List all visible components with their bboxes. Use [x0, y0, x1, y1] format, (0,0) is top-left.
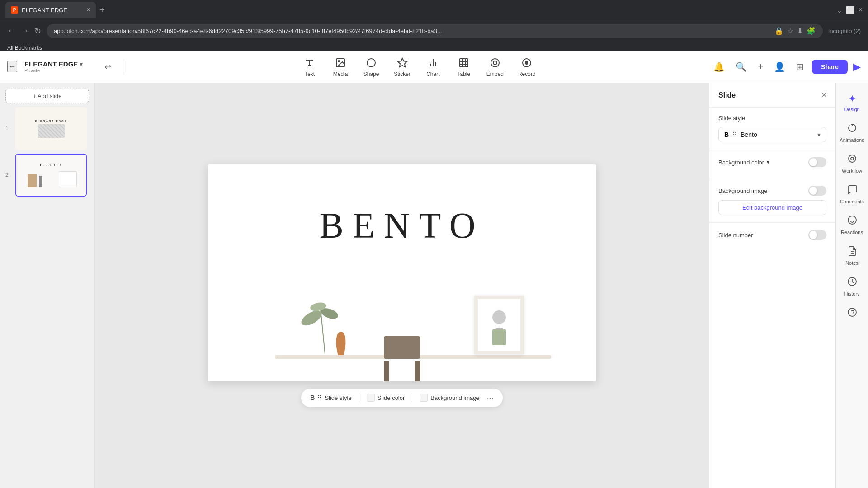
star-icon[interactable]: ☆ [787, 27, 793, 35]
window-controls: ⌄ ⬜ × [836, 6, 863, 14]
tool-media[interactable]: Media [327, 53, 354, 81]
slide-color-label: Slide color [377, 394, 405, 401]
style-selector-dropdown[interactable]: B ⠿ Bento ▾ [718, 127, 826, 142]
share-btn[interactable]: Share [812, 60, 848, 74]
far-right-history[interactable]: History [838, 272, 867, 301]
media-icon [334, 56, 347, 69]
add-btn[interactable]: + [755, 59, 766, 75]
tool-table[interactable]: Table [450, 53, 477, 81]
slide-number-2: 2 [5, 154, 12, 178]
tool-text[interactable]: Text [296, 53, 323, 81]
far-right-panel: ✦ Design Animations Workflow Comments [835, 83, 868, 488]
bg-image-item[interactable]: Background image [420, 394, 479, 402]
panel-close-btn[interactable]: × [821, 90, 826, 100]
bg-color-section: Background color ▾ [709, 150, 835, 178]
close-btn[interactable]: × [859, 6, 863, 14]
play-btn[interactable]: ▶ [853, 61, 861, 73]
far-right-help[interactable] [838, 303, 867, 326]
design-label: Design [844, 107, 859, 112]
slide-thumb-2[interactable]: BENTO [15, 154, 87, 197]
notes-icon [847, 246, 857, 258]
comments-icon [847, 184, 857, 197]
main-content: + Add slide 1 ELEGANT EDGE 2 [0, 83, 868, 488]
tool-sticker[interactable]: Sticker [388, 53, 416, 81]
slide-style-section: Slide style B ⠿ Bento ▾ [709, 108, 835, 150]
slide-style-item[interactable]: B ⠿ Slide style [310, 394, 351, 401]
svg-rect-6 [460, 59, 468, 67]
project-name[interactable]: ELEGANT EDGE [24, 60, 78, 68]
tool-shape[interactable]: Shape [358, 53, 385, 81]
bg-image-toggle-thumb [809, 187, 817, 195]
slide-num-row: Slide number [718, 230, 826, 240]
download-icon[interactable]: ⬇ [797, 27, 803, 35]
far-right-comments[interactable]: Comments [838, 180, 867, 209]
far-right-design[interactable]: ✦ Design [838, 89, 867, 117]
bg-image-text: Background image [718, 188, 767, 194]
slides-panel: + Add slide 1 ELEGANT EDGE 2 [0, 83, 95, 488]
design-icon: ✦ [848, 93, 856, 105]
slide-thumb-1[interactable]: ELEGANT EDGE [15, 107, 87, 150]
comments-label: Comments [840, 199, 864, 204]
slide-color-item[interactable]: Slide color [367, 394, 405, 402]
address-bar: ← → ↻ app.pitch.com/app/presentation/58f… [0, 20, 868, 42]
search-btn[interactable]: 🔍 [733, 59, 750, 75]
tool-chart[interactable]: Chart [420, 53, 447, 81]
bg-color-toggle[interactable] [808, 157, 826, 167]
undo-btn[interactable]: ↩ [104, 62, 111, 72]
tool-items: Text Media Shape Sticker [133, 53, 703, 81]
slide-row-2: 2 BENTO [5, 154, 89, 197]
grid-view-btn[interactable]: ⊞ [793, 59, 807, 75]
far-right-notes[interactable]: Notes [838, 241, 867, 270]
animations-label: Animations [840, 137, 864, 143]
bookmarks-label: All Bookmarks [7, 45, 42, 51]
bg-image-toggle[interactable] [808, 186, 826, 196]
tool-embed[interactable]: Embed [481, 53, 509, 81]
slide-number-toggle[interactable] [808, 230, 826, 240]
sticker-icon [396, 56, 409, 69]
animations-icon [847, 123, 857, 136]
slide-bottom-bar: B ⠿ Slide style Slide color Background i… [301, 389, 503, 407]
extensions-icon[interactable]: 🧩 [807, 27, 816, 35]
svg-point-1 [338, 61, 340, 62]
edit-bg-btn[interactable]: Edit background image [718, 200, 826, 215]
svg-rect-20 [384, 361, 389, 381]
url-text: app.pitch.com/app/presentation/58f67c22-… [54, 28, 771, 34]
slide-number-section: Slide number [709, 223, 835, 247]
back-to-projects-btn[interactable]: ← [7, 61, 17, 72]
add-slide-btn[interactable]: + Add slide [5, 89, 89, 103]
history-icon [847, 277, 857, 289]
bg-image-label-row: Background image [718, 186, 826, 196]
record-label: Record [518, 71, 536, 77]
text-icon [303, 56, 316, 69]
forward-btn[interactable]: → [21, 26, 29, 36]
canvas-area[interactable]: BENTO [95, 83, 709, 488]
svg-point-12 [493, 61, 497, 65]
svg-point-11 [491, 59, 499, 67]
reload-btn[interactable]: ↻ [34, 26, 41, 36]
tab-close-btn[interactable]: × [86, 6, 90, 14]
slide-canvas: BENTO [208, 164, 596, 381]
tool-record[interactable]: Record [513, 53, 541, 81]
far-right-animations[interactable]: Animations [838, 118, 867, 147]
far-right-reactions[interactable]: Reactions [838, 211, 867, 239]
far-right-workflow[interactable]: Workflow [838, 149, 867, 178]
sticker-label: Sticker [394, 71, 410, 77]
svg-point-24 [848, 216, 856, 224]
dropdown-icon[interactable]: ▾ [80, 61, 83, 68]
maximize-btn[interactable]: ⬜ [846, 6, 855, 14]
browser-tab[interactable]: P ELEGANT EDGE × [5, 2, 96, 18]
help-icon [847, 307, 857, 320]
title-bar: P ELEGANT EDGE × + ⌄ ⬜ × [0, 0, 868, 20]
new-tab-btn[interactable]: + [99, 5, 105, 15]
table-icon [458, 56, 470, 69]
slide-main-text[interactable]: BENTO [319, 205, 484, 246]
slide-num-toggle-thumb [809, 231, 817, 239]
style-name: Bento [741, 131, 757, 138]
notification-btn[interactable]: 🔔 [711, 59, 727, 75]
more-options-btn[interactable]: ··· [487, 393, 494, 403]
back-btn[interactable]: ← [7, 26, 15, 36]
minimize-btn[interactable]: ⌄ [836, 6, 842, 14]
url-bar[interactable]: app.pitch.com/app/presentation/58f67c22-… [47, 24, 823, 38]
chevron-down-bg: ▾ [767, 159, 769, 165]
avatar-btn[interactable]: 👤 [771, 59, 788, 75]
